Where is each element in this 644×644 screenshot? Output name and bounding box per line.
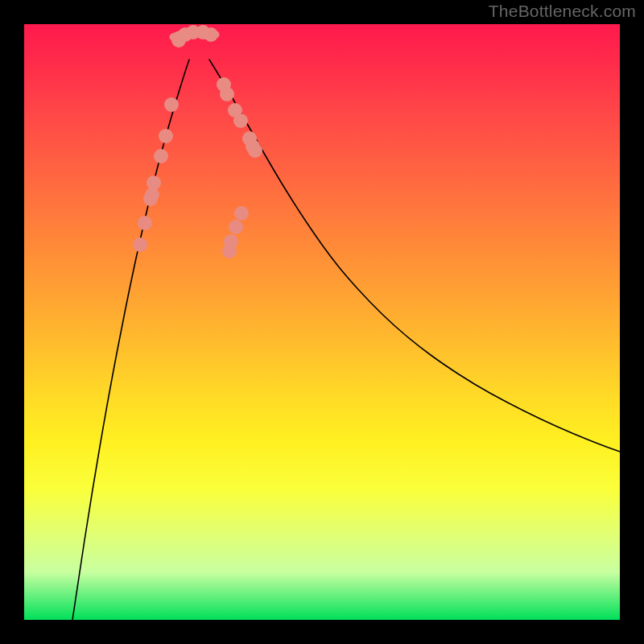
data-dot <box>164 97 179 112</box>
curve-left <box>72 60 189 620</box>
data-dot <box>147 175 161 190</box>
data-dots <box>133 25 262 258</box>
data-dot <box>229 220 243 234</box>
data-dot <box>248 143 262 158</box>
plot-svg <box>24 24 620 620</box>
data-dot <box>234 206 249 221</box>
plot-area <box>24 24 620 620</box>
data-dot <box>224 234 238 249</box>
data-dot <box>204 27 218 42</box>
data-dot <box>220 87 234 101</box>
data-dot <box>154 149 168 163</box>
data-dot <box>133 237 147 252</box>
data-dot <box>159 129 173 143</box>
watermark-text: TheBottleneck.com <box>489 2 636 21</box>
chart-stage: TheBottleneck.com <box>0 0 644 644</box>
curve-right <box>209 60 620 452</box>
data-dot <box>138 216 152 230</box>
data-dot <box>233 114 248 128</box>
